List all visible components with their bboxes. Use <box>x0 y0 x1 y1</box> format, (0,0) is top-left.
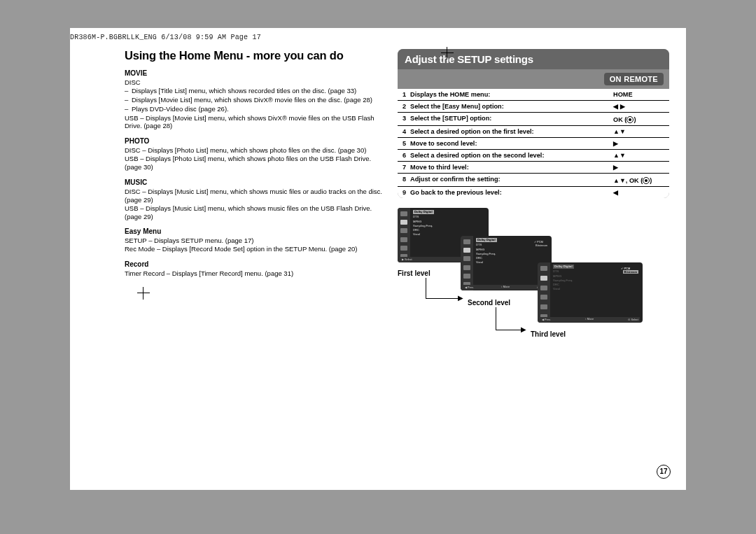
arrow-icon: ▶ <box>458 294 463 302</box>
right-column: Adjust the SETUP settings ON REMOTE 1Dis… <box>398 49 669 476</box>
disc-label: DISC <box>125 78 384 87</box>
table-row: 5Move to second level:▶ <box>398 138 669 150</box>
crop-mark-icon <box>441 47 454 59</box>
table-row: 1Displays the HOME menu:HOME <box>398 89 669 101</box>
list-item: Displays [Title List] menu, which shows … <box>125 87 384 95</box>
table-row: 3Select the [SETUP] option:OK () <box>398 113 669 126</box>
usb-text: USB – Displays [Movie List] menu, which … <box>125 114 384 131</box>
photo-body: DISC – Displays [Photo List] menu, which… <box>125 146 384 171</box>
record-heading: Record <box>125 260 384 268</box>
left-column: Using the Home Menu - more you can do MO… <box>125 49 384 476</box>
photo-heading: PHOTO <box>125 137 384 145</box>
ok-icon <box>643 177 650 184</box>
table-row: 4Select a desired option on the first le… <box>398 126 669 138</box>
screenshots-area: Dolby Digital DTS MPEG Sampling Freq. DR… <box>398 208 669 348</box>
ok-icon <box>626 116 634 123</box>
music-heading: MUSIC <box>125 178 384 186</box>
movie-heading: MOVIE <box>125 69 384 77</box>
easy-heading: Easy Menu <box>125 227 384 235</box>
third-level-label: Third level <box>531 330 566 338</box>
table-row: 7Move to third level:▶ <box>398 162 669 174</box>
arrow-icon: ▶ <box>521 325 526 333</box>
manual-page: DR386M-P.BGBRLLK_ENG 6/13/08 9:59 AM Pag… <box>70 28 686 490</box>
table-row: 8Adjust or confirm the setting:▲▼, OK () <box>398 174 669 187</box>
section-title: Using the Home Menu - more you can do <box>125 49 384 62</box>
list-item: Displays [Movie List] menu, which shows … <box>125 96 384 104</box>
print-header: DR386M-P.BGBRLLK_ENG 6/13/08 9:59 AM Pag… <box>70 34 261 41</box>
panel-title: Adjust the SETUP settings <box>398 49 669 69</box>
table-row: 6Select a desired option on the second l… <box>398 150 669 162</box>
crop-mark-icon <box>137 287 150 300</box>
movie-body: DISC Displays [Title List] menu, which s… <box>125 78 384 130</box>
steps-table: 1Displays the HOME menu:HOME 2Select the… <box>398 89 669 198</box>
record-body: Timer Record – Displays [Timer Record] m… <box>125 269 384 278</box>
table-row: 2Select the [Easy Menu] option:◀ ▶ <box>398 101 669 113</box>
first-level-label: First level <box>398 269 430 277</box>
setup-panel: Adjust the SETUP settings ON REMOTE 1Dis… <box>398 49 669 198</box>
on-remote-label: ON REMOTE <box>604 73 664 85</box>
second-level-label: Second level <box>468 299 510 307</box>
flow-line <box>496 307 524 330</box>
page-number: 17 <box>657 465 671 479</box>
screenshot-third-level: Dolby Digital DTS MPEG Sampling Freq. DR… <box>538 262 643 323</box>
easy-body: SETUP – Displays SETUP menu. (page 17) R… <box>125 237 384 253</box>
list-item: Plays DVD-Video disc (page 26). <box>125 105 384 113</box>
table-row: 9Go back to the previous level:◀ <box>398 187 669 198</box>
flow-line <box>426 278 461 299</box>
remote-strip: ON REMOTE <box>398 69 669 89</box>
music-body: DISC – Displays [Music List] menu, which… <box>125 188 384 221</box>
